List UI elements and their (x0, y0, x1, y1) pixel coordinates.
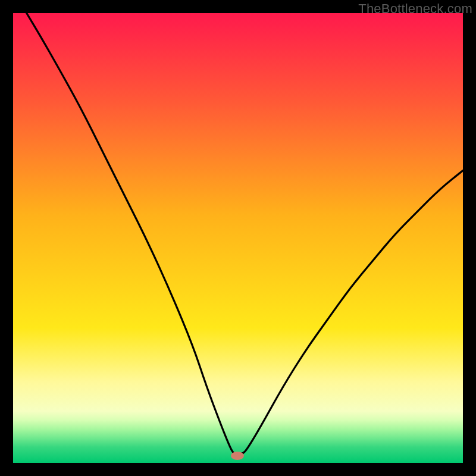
bottleneck-curve (13, 13, 463, 463)
optimal-marker (231, 452, 244, 460)
plot-area (13, 13, 463, 463)
chart-stage: TheBottleneck.com (0, 0, 476, 476)
watermark-text: TheBottleneck.com (358, 1, 472, 17)
